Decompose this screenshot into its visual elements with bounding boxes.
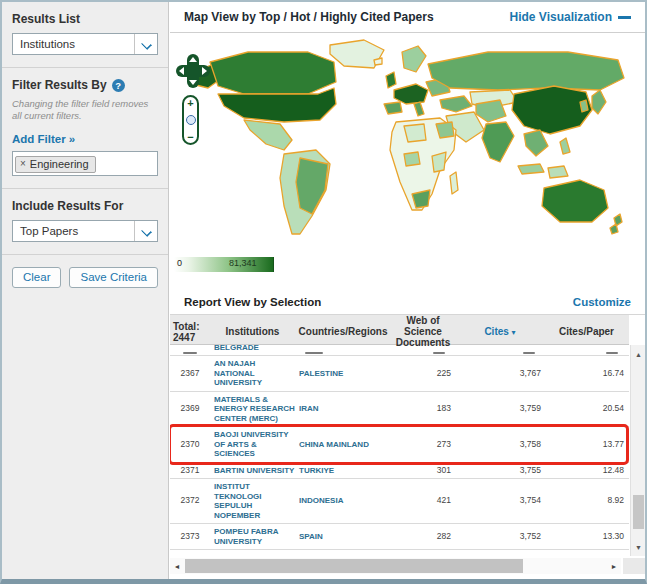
color-scale-legend: 0 81,341 (174, 257, 274, 272)
chevron-down-icon (134, 34, 157, 54)
results-list-section: Results List Institutions (2, 2, 168, 68)
filter-tag-label: Engineering (30, 158, 89, 170)
save-criteria-button[interactable]: Save Criteria (69, 267, 157, 288)
filter-section: Filter Results By ? Changing the filter … (2, 68, 168, 189)
institution-link[interactable]: BELGRADE (210, 345, 295, 353)
table-row: 2372 INSTITUT TEKNOLOGI SEPULUH NOPEMBER… (170, 479, 629, 524)
rank-cell: 2373 (170, 532, 210, 542)
table-header-row: Total: 2447 Institutions Countries/Regio… (170, 315, 629, 345)
clipped-text (183, 352, 197, 354)
country-cell: INDONESIA (295, 496, 391, 506)
table-row: 2369 MATERIALS & ENERGY RESEARCH CENTER … (170, 392, 629, 428)
cites-per-paper-cell: 8.92 (545, 496, 628, 506)
scroll-left-icon[interactable]: ◄ (170, 558, 184, 574)
scrollbar-corner (623, 558, 645, 574)
cites-per-paper-cell: 20.54 (545, 404, 628, 414)
col-header-wos-documents: Web of Science Documents (391, 315, 455, 348)
table-body: BELGRADE 2367 AN NAJAH NATIONAL UNIVERSI… (170, 345, 629, 556)
customize-link[interactable]: Customize (573, 296, 631, 308)
col-header-cites-sort[interactable]: Cites ▾ (455, 326, 545, 338)
filter-tag-engineering: × Engineering (15, 156, 96, 173)
docs-cell: 273 (391, 440, 455, 450)
world-choropleth-map[interactable] (188, 37, 640, 251)
globe-reset-icon[interactable] (186, 115, 196, 125)
cites-cell: 3,752 (455, 532, 545, 542)
clipped-text (305, 352, 323, 354)
cites-cell: 3,754 (455, 496, 545, 506)
country-cell: SPAIN (295, 532, 391, 542)
table-row: 2367 AN NAJAH NATIONAL UNIVERSITY PALEST… (170, 356, 629, 392)
institution-link[interactable]: INSTITUT TEKNOLOGI SEPULUH NOPEMBER (210, 482, 295, 520)
total-value: 2447 (173, 332, 210, 343)
cites-cell: 3,755 (455, 466, 545, 476)
docs-cell: 183 (391, 404, 455, 414)
include-results-label: Include Results For (12, 199, 158, 213)
col-header-institutions: Institutions (210, 326, 295, 337)
sidebar: Results List Institutions Filter Results… (2, 2, 169, 579)
country-cell: IRAN (295, 404, 391, 414)
clear-button[interactable]: Clear (12, 267, 61, 288)
institution-link[interactable]: BARTIN UNIVERSITY (210, 466, 295, 476)
docs-cell: 421 (391, 496, 455, 506)
institution-link[interactable]: BAOJI UNIVERSITY OF ARTS & SCIENCES (210, 430, 295, 459)
rank-cell: 2371 (170, 466, 210, 476)
col-header-cites-per-paper: Cites/Paper (545, 326, 628, 337)
results-list-dropdown[interactable]: Institutions (12, 33, 158, 55)
table-row: 2373 POMPEU FABRA UNIVERSITY SPAIN 282 3… (170, 524, 629, 550)
cites-label: Cites (484, 326, 508, 337)
vertical-scroll-thumb[interactable] (633, 495, 644, 529)
docs-cell: 282 (391, 532, 455, 542)
help-icon[interactable]: ? (112, 79, 125, 92)
institution-link[interactable]: MATERIALS & ENERGY RESEARCH CENTER (MERC… (210, 395, 295, 424)
cites-per-paper-cell: 16.74 (545, 369, 628, 379)
report-view-title: Report View by Selection (184, 296, 321, 308)
vertical-scrollbar[interactable]: ▲ ▼ (630, 345, 645, 556)
map-view-title: Map View by Top / Hot / Highly Cited Pap… (184, 10, 434, 24)
zoom-in-button[interactable]: + (187, 98, 193, 108)
cites-cell: 3,758 (455, 440, 545, 450)
clipped-text (606, 352, 618, 354)
include-results-dropdown[interactable]: Top Papers (12, 220, 158, 242)
legend-max-value: 81,341 (229, 258, 257, 268)
institution-link[interactable]: POMPEU FABRA UNIVERSITY (210, 527, 295, 546)
institution-link[interactable]: AN NAJAH NATIONAL UNIVERSITY (210, 359, 295, 388)
map-area: + − 0 81,341 (170, 33, 645, 289)
zoom-out-button[interactable]: − (187, 132, 193, 142)
map-pan-control[interactable] (175, 53, 211, 89)
horizontal-scrollbar[interactable]: ◄ ► (170, 558, 621, 574)
scroll-up-icon[interactable]: ▲ (631, 347, 646, 361)
docs-cell: 301 (391, 466, 455, 476)
filter-note: Changing the filter field removes all cu… (12, 98, 158, 122)
clipped-text (433, 352, 445, 354)
rank-cell: 2369 (170, 404, 210, 414)
scroll-right-icon[interactable]: ► (607, 558, 621, 574)
cites-cell: 3,759 (455, 404, 545, 414)
horizontal-scroll-thumb[interactable] (185, 559, 523, 573)
filter-results-by-label: Filter Results By (12, 78, 107, 92)
table-row-highlighted: 2370 BAOJI UNIVERSITY OF ARTS & SCIENCES… (170, 427, 629, 463)
country-cell: CHINA MAINLAND (295, 440, 391, 450)
hide-visualization-link[interactable]: Hide Visualization (510, 10, 631, 24)
include-results-section: Include Results For Top Papers (2, 189, 168, 255)
chevron-down-icon (134, 221, 157, 241)
filter-tags-field[interactable]: × Engineering (12, 151, 158, 176)
clipped-text (523, 352, 535, 354)
report-header: Report View by Selection Customize (170, 289, 645, 315)
include-results-value: Top Papers (13, 225, 134, 237)
collapse-icon (618, 16, 631, 19)
map-zoom-control: + − (182, 95, 199, 145)
remove-tag-icon[interactable]: × (20, 159, 26, 169)
total-label: Total: (173, 321, 210, 332)
docs-cell: 225 (391, 369, 455, 379)
col-header-countries: Countries/Regions (295, 326, 391, 337)
add-filter-link[interactable]: Add Filter » (12, 133, 75, 145)
cites-cell: 3,767 (455, 369, 545, 379)
table-row-clipped: BELGRADE (170, 345, 629, 356)
rank-cell: 2367 (170, 369, 210, 379)
sidebar-buttons: Clear Save Criteria (2, 255, 168, 300)
hide-visualization-label: Hide Visualization (510, 10, 612, 24)
rank-cell: 2372 (170, 496, 210, 506)
sort-desc-icon: ▾ (512, 328, 516, 337)
esi-window: Results List Institutions Filter Results… (0, 0, 647, 584)
scroll-down-icon[interactable]: ▼ (631, 540, 646, 554)
